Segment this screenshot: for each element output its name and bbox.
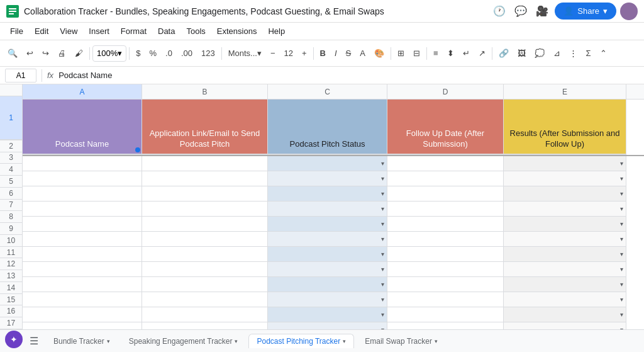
cell-d4[interactable] [387, 186, 504, 202]
row-number-5[interactable]: 5 [0, 176, 22, 188]
dropdown-arrow-e8[interactable]: ▾ [620, 251, 623, 258]
cell-a7[interactable] [23, 232, 142, 247]
dropdown-arrow-c13[interactable]: ▾ [381, 326, 384, 329]
row-number-6[interactable]: 6 [0, 188, 22, 200]
cell-e10[interactable]: ▾ [504, 277, 626, 292]
dropdown-arrow-e13[interactable]: ▾ [620, 326, 623, 329]
formula-content[interactable]: Podcast Name [58, 71, 112, 80]
cell-a4[interactable] [23, 186, 142, 202]
cell-e9[interactable]: ▾ [504, 262, 626, 277]
cell-b10[interactable] [142, 277, 268, 292]
cell-d3[interactable] [387, 171, 504, 186]
dropdown-arrow-c4[interactable]: ▾ [381, 190, 384, 197]
borders-btn[interactable]: ⊞ [394, 45, 408, 62]
wavy-icon[interactable]: ✦ [5, 331, 23, 348]
cell-d10[interactable] [387, 277, 504, 292]
paint-format-btn[interactable]: 🖌 [71, 45, 87, 62]
cell-d2[interactable] [387, 156, 504, 171]
menu-extensions[interactable]: Extensions [212, 25, 262, 37]
col-header-a[interactable]: A [23, 84, 142, 99]
cell-c6[interactable]: ▾ [268, 217, 387, 232]
comment-icon[interactable]: 💬 [512, 3, 530, 20]
row-number-2[interactable]: 2 [0, 140, 22, 152]
menu-help[interactable]: Help [263, 25, 290, 37]
menu-file[interactable]: File [5, 25, 28, 37]
cell-d5[interactable] [387, 202, 504, 217]
row-number-1[interactable]: 1 [0, 96, 22, 140]
decimal-increase-btn[interactable]: .00 [177, 45, 196, 62]
dropdown-arrow-e6[interactable]: ▾ [620, 220, 623, 227]
dropdown-arrow-c3[interactable]: ▾ [381, 175, 384, 182]
menu-view[interactable]: View [55, 25, 82, 37]
cell-e6[interactable]: ▾ [504, 217, 626, 232]
cell-b12[interactable] [142, 307, 268, 322]
link-btn[interactable]: 🔗 [495, 45, 513, 62]
row-number-8[interactable]: 8 [0, 211, 22, 223]
dropdown-arrow-c8[interactable]: ▾ [381, 251, 384, 258]
dropdown-arrow-e2[interactable]: ▾ [620, 160, 623, 167]
cell-d6[interactable] [387, 217, 504, 232]
font-size-value[interactable]: 12 [280, 45, 297, 62]
dropdown-arrow-c11[interactable]: ▾ [381, 296, 384, 303]
strikethrough-btn[interactable]: S [342, 45, 355, 62]
cell-a5[interactable] [23, 202, 142, 217]
col-header-d[interactable]: D [387, 84, 504, 99]
row-number-9[interactable]: 9 [0, 223, 22, 235]
row-number-16[interactable]: 16 [0, 305, 22, 317]
italic-btn[interactable]: I [331, 45, 341, 62]
history-icon[interactable]: 🕐 [491, 3, 508, 20]
more-btn[interactable]: ⋮ [565, 45, 581, 62]
cell-e3[interactable]: ▾ [504, 171, 626, 186]
cell-c9[interactable]: ▾ [268, 262, 387, 277]
undo-btn[interactable]: ↩ [23, 45, 37, 62]
cell-d9[interactable] [387, 262, 504, 277]
align-btn[interactable]: ≡ [430, 45, 442, 62]
share-button[interactable]: 👤 Share ▾ [555, 3, 616, 20]
col-header-e[interactable]: E [504, 84, 626, 99]
cell-a2[interactable] [23, 156, 142, 171]
cell-a8[interactable] [23, 247, 142, 262]
header-cell-b[interactable]: Application Link/Email to Send Podcast P… [142, 99, 268, 155]
tab-speaking-engagement[interactable]: Speaking Engagement Tracker ▾ [121, 334, 247, 348]
row-number-12[interactable]: 12 [0, 258, 22, 270]
cell-b11[interactable] [142, 292, 268, 307]
cell-c7[interactable]: ▾ [268, 232, 387, 247]
cell-c10[interactable]: ▾ [268, 277, 387, 292]
cell-e2[interactable]: ▾ [504, 156, 626, 171]
row-number-7[interactable]: 7 [0, 200, 22, 212]
zoom-control[interactable]: 100% ▾ [92, 45, 126, 62]
image-btn[interactable]: 🖼 [514, 45, 530, 62]
row-number-15[interactable]: 15 [0, 294, 22, 306]
col-header-b[interactable]: B [142, 84, 268, 99]
row-number-10[interactable]: 10 [0, 235, 22, 247]
dropdown-arrow-c9[interactable]: ▾ [381, 266, 384, 273]
row-number-4[interactable]: 4 [0, 164, 22, 176]
dropdown-arrow-c7[interactable]: ▾ [381, 236, 384, 242]
header-cell-c[interactable]: Podcast Pitch Status [268, 99, 387, 155]
sum-btn[interactable]: Σ [582, 45, 595, 62]
cell-b3[interactable] [142, 171, 268, 186]
merge-cells-btn[interactable]: ⊟ [409, 45, 424, 62]
cell-b7[interactable] [142, 232, 268, 247]
row-number-14[interactable]: 14 [0, 282, 22, 294]
dropdown-arrow-e4[interactable]: ▾ [620, 190, 623, 197]
meet-icon[interactable]: 🎥 [533, 3, 551, 20]
bold-btn[interactable]: B [316, 45, 330, 62]
expand-btn[interactable]: ⌃ [596, 45, 611, 62]
row-number-13[interactable]: 13 [0, 270, 22, 282]
dropdown-arrow-c12[interactable]: ▾ [381, 311, 384, 318]
comment-toolbar-btn[interactable]: 💭 [531, 45, 548, 62]
valign-btn[interactable]: ⬍ [443, 45, 458, 62]
redo-btn[interactable]: ↪ [38, 45, 53, 62]
cell-d12[interactable] [387, 307, 504, 322]
currency-btn[interactable]: $ [132, 45, 144, 62]
header-cell-a[interactable]: Podcast Name [23, 99, 142, 155]
cell-e4[interactable]: ▾ [504, 186, 626, 202]
cell-e5[interactable]: ▾ [504, 202, 626, 217]
cell-a11[interactable] [23, 292, 142, 307]
tab-email-swap[interactable]: Email Swap Tracker ▾ [357, 334, 446, 348]
cell-c8[interactable]: ▾ [268, 247, 387, 262]
cell-d7[interactable] [387, 232, 504, 247]
col-header-c[interactable]: C [268, 84, 387, 99]
dropdown-arrow-c6[interactable]: ▾ [381, 220, 384, 227]
